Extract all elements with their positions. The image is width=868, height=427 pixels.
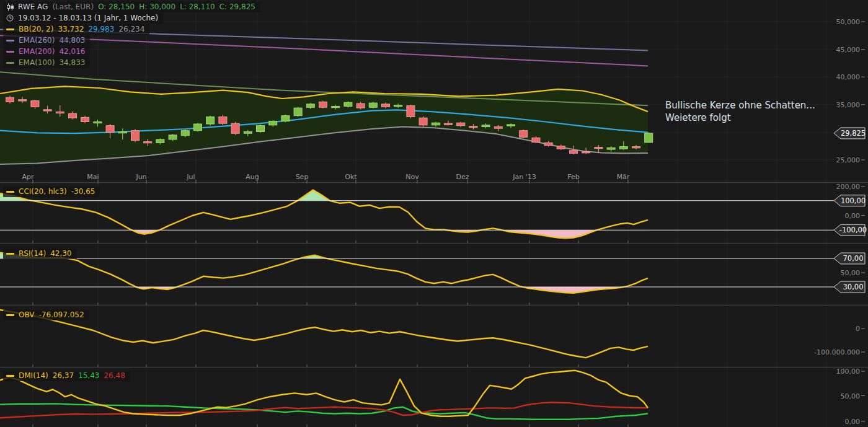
ema200-name: EMA(200): [19, 47, 55, 56]
month-label: Jan '13: [512, 173, 536, 181]
cci-legend[interactable]: CCI(20, hlc3) -30,65: [3, 187, 100, 197]
candle: [457, 123, 465, 125]
candle: [181, 131, 189, 136]
candle: [595, 147, 603, 148]
instrument-legend-row[interactable]: RWE AG (Last, EUR) O: 28,150 H: 30,000 L…: [3, 2, 260, 12]
candle: [43, 110, 51, 111]
ema200-value: 42,016: [59, 47, 85, 56]
svg-text:30,00: 30,00: [843, 283, 864, 291]
candle: [607, 147, 615, 149]
month-label: Feb: [567, 173, 579, 181]
rsi-legend[interactable]: RSI(14) 42,30: [3, 249, 77, 259]
instrument-name: RWE AG: [18, 2, 48, 11]
main-chart-legend: RWE AG (Last, EUR) O: 28,150 H: 30,000 L…: [3, 2, 260, 69]
candle: [394, 105, 402, 107]
svg-text:29,825: 29,825: [841, 129, 866, 138]
dmi-adx-value: 26,37: [53, 371, 74, 380]
candle: [619, 147, 627, 149]
month-label: Okt: [345, 173, 357, 181]
ema100-legend-row[interactable]: EMA(100) 34,833: [3, 58, 90, 68]
bb-name: BB(20, 2): [19, 25, 53, 33]
obv-line-icon: [6, 314, 14, 316]
candle: [194, 124, 202, 131]
candle: [81, 117, 89, 121]
candle: [106, 126, 114, 133]
candle: [582, 152, 590, 153]
candle: [56, 112, 64, 113]
candle: [557, 146, 565, 149]
candle: [532, 138, 540, 142]
right-price-axis[interactable]: 50,00045,00040,00035,00025,00029,825: [834, 18, 866, 164]
candle: [306, 104, 314, 107]
time-axis[interactable]: AprMaiJunJulAugSepOktNovDezJan '13FebMär: [22, 173, 629, 427]
bb-legend-row[interactable]: BB(20, 2) 33,732 29,983 26,234: [3, 24, 149, 35]
candle: [94, 121, 102, 123]
axis-label: 40,000: [836, 73, 861, 81]
candle: [281, 116, 290, 121]
axis-badge: 30,00: [834, 281, 865, 293]
candle: [632, 147, 640, 148]
candle: [645, 133, 653, 143]
clock-icon: [6, 14, 14, 22]
annotation-line1: Bullische Kerze ohne Schatten...: [665, 99, 815, 112]
candle: [131, 131, 140, 141]
dmi-line-icon: [6, 375, 14, 377]
month-label: Sep: [296, 173, 309, 181]
obv-legend[interactable]: OBV -76.097.052: [3, 310, 89, 320]
bb-lower-value: 26,234: [118, 25, 144, 33]
ema260-name: EMA(260): [19, 36, 55, 45]
dmi-legend[interactable]: DMI(14) 26,37 15,43 26,48: [3, 371, 130, 381]
ema260-legend-row[interactable]: EMA(260) 44,803: [3, 35, 90, 46]
axis-badge: 70,00: [834, 253, 865, 264]
candle: [219, 117, 227, 123]
candle: [445, 123, 453, 125]
cci-axis[interactable]: 200,000,00100,00-100,00: [834, 183, 867, 236]
ema260-line-icon: [6, 40, 14, 42]
candle: [507, 125, 515, 126]
candle: [156, 139, 164, 143]
month-label: Apr: [22, 173, 34, 181]
axis-label: 50,00: [841, 392, 861, 400]
bb-line-icon: [6, 29, 14, 30]
chart-annotation[interactable]: Bullische Kerze ohne Schatten... Weieter…: [665, 99, 815, 124]
obv-axis[interactable]: 0-100.000.000: [814, 325, 865, 356]
axis-label: 25,000: [836, 156, 861, 164]
ema200-legend-row[interactable]: EMA(200) 42,016: [3, 46, 90, 57]
instrument-series-type: (Last, EUR): [52, 2, 94, 11]
axis-label: 50,00: [841, 269, 861, 277]
candle: [69, 113, 77, 118]
date-range-row[interactable]: 19.03.12 - 18.03.13 (1 Jahr, 1 Woche): [3, 13, 163, 24]
axis-label: 45,000: [836, 46, 861, 54]
rsi-name: RSI(14): [19, 249, 46, 258]
obv-panel[interactable]: [0, 310, 648, 358]
axis-label: 50,000: [836, 18, 861, 26]
svg-text:70,00: 70,00: [843, 254, 864, 263]
candle: [269, 121, 277, 125]
annotation-line2: Weietere folgt: [665, 112, 815, 124]
candle: [118, 132, 126, 133]
candle: [570, 151, 578, 153]
candle: [6, 97, 14, 102]
candlestick-icon: [6, 3, 14, 11]
candle: [382, 104, 390, 107]
axis-label: 200,00: [836, 183, 861, 191]
ema200-line-icon: [6, 51, 14, 53]
candle: [407, 106, 415, 117]
axis-badge: 29,825: [834, 128, 866, 139]
ohlc-open: O: 28,150: [98, 2, 135, 11]
month-label: Jun: [135, 173, 146, 181]
candle: [244, 132, 252, 134]
axis-label: 0: [856, 325, 860, 333]
dmi-minusdi-value: 26,48: [104, 371, 125, 380]
obv-name: OBV: [19, 310, 35, 319]
candle: [544, 143, 552, 145]
rsi-axis[interactable]: 50,0070,0030,00: [834, 253, 865, 293]
axis-badge: 100,00: [834, 195, 866, 206]
candle: [332, 106, 340, 107]
dmi-plusdi-value: 15,43: [78, 371, 99, 380]
candle: [169, 135, 177, 139]
ohlc-close: C: 29,825: [219, 2, 255, 11]
month-label: Mai: [87, 173, 99, 181]
candle: [144, 142, 152, 143]
dmi-axis[interactable]: 100,0050,000,00: [836, 368, 866, 426]
